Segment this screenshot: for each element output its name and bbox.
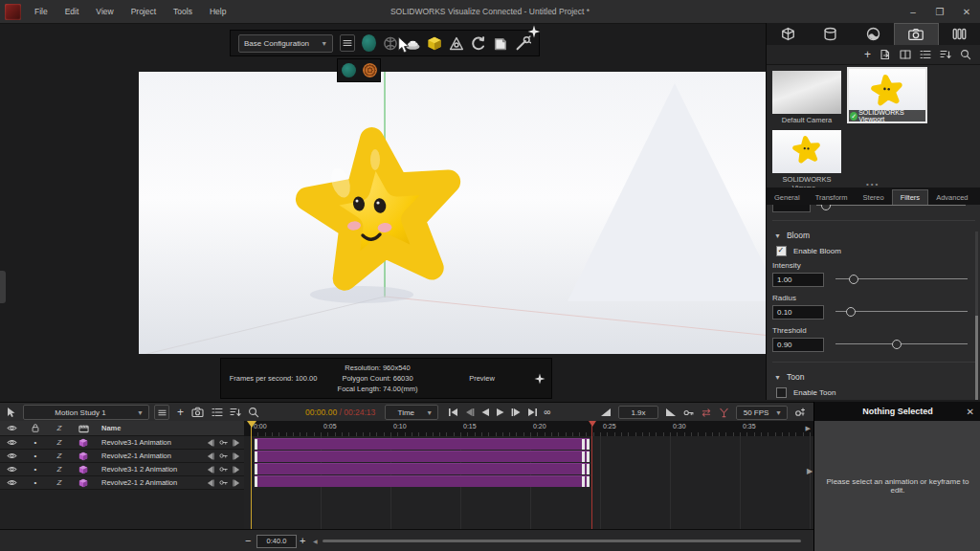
menu-file[interactable]: File [26,7,56,16]
visibility-icon[interactable] [7,437,17,448]
list-view-icon[interactable] [212,407,223,418]
end-marker-line[interactable] [591,421,592,529]
speed-input[interactable]: 1.9x [618,406,658,419]
prev-key-icon[interactable] [206,439,214,447]
animation-bar[interactable] [255,451,590,462]
menu-project[interactable]: Project [122,7,165,16]
radius-input[interactable]: 0.10 [772,305,824,320]
camera-thumb-default[interactable] [772,71,841,114]
configuration-menu-button[interactable] [340,34,354,52]
visibility-icon[interactable] [7,451,17,461]
timeline-tracks[interactable] [244,436,813,529]
camera-thumb-viewport2[interactable] [772,130,841,173]
prev-key-icon[interactable] [206,479,214,487]
visibility-icon[interactable] [7,464,17,474]
select-tool-icon[interactable] [6,407,17,418]
lock-dot-icon[interactable]: • [23,465,48,474]
time-mode-select[interactable]: Time▼ [385,405,438,420]
menu-view[interactable]: View [87,7,122,16]
tab-stereo[interactable]: Stereo [856,190,892,205]
menu-tools[interactable]: Tools [165,7,201,16]
ramp-up-icon[interactable] [600,408,612,417]
tab-advanced[interactable]: Advanced [928,190,975,205]
zoom-in-button[interactable]: + [300,536,305,545]
close-icon[interactable]: ✕ [967,407,974,417]
visibility-icon[interactable] [7,477,17,488]
fast-mode-swatch[interactable] [342,63,356,77]
pin-toolbar-icon[interactable] [527,25,541,38]
animation-bar[interactable] [255,475,590,487]
timeline-ruler[interactable]: 0:00 0:05 0:10 0:15 0:20 0:25 0:30 0:35 … [244,421,813,437]
lock-dot-icon[interactable]: • [23,478,48,487]
tab-cameras[interactable] [894,23,938,45]
timeline-scale-input[interactable]: 0:40.0 [256,535,297,548]
sort-icon[interactable] [230,407,241,418]
threshold-input[interactable]: 0.90 [772,338,824,352]
motion-study-select[interactable]: Motion Study 1▼ [23,405,149,420]
ruler-scroll-right-icon[interactable]: ▶ [806,425,811,432]
loop-button[interactable]: ∞ [544,408,550,416]
close-button[interactable]: ✕ [953,0,980,23]
rotate-icon[interactable] [471,34,486,53]
skip-end-button[interactable] [527,408,538,417]
animation-bar[interactable] [255,463,590,474]
new-project-icon[interactable] [493,34,508,53]
key-icon[interactable] [219,438,228,447]
tab-environments[interactable] [852,23,894,45]
add-camera-button[interactable]: + [864,50,871,59]
bloom-section-header[interactable]: ▼ Bloom [767,225,980,244]
intensity-input[interactable]: 1.00 [772,273,824,287]
star-model[interactable] [307,140,448,279]
lock-dot-icon[interactable]: • [23,438,48,447]
sort-icon[interactable] [940,49,951,60]
track-row[interactable]: • Z Revolve2-1 Animation [0,450,244,463]
toon-section-header[interactable]: ▼ Toon [767,366,980,386]
enable-toon-checkbox[interactable] [776,387,787,398]
end-marker-flag[interactable] [589,421,596,427]
animation-bar[interactable] [255,438,590,450]
lock-dot-icon[interactable]: • [23,452,48,460]
timeline-scrollbar[interactable] [323,540,801,542]
list-view-icon[interactable] [920,49,931,60]
accurate-mode-swatch[interactable] [363,63,377,77]
radius-slider[interactable] [835,311,968,312]
key-icon[interactable] [683,408,694,418]
next-key-icon[interactable] [233,452,241,460]
motion-study-menu-button[interactable] [154,405,169,420]
play-button[interactable] [496,408,505,417]
render-mode-fast-button[interactable] [362,34,376,52]
next-key-icon[interactable] [233,466,241,474]
prev-key-icon[interactable] [206,452,214,460]
play-reverse-button[interactable] [480,408,490,417]
tab-models[interactable] [767,23,809,45]
tab-panes[interactable] [939,23,980,45]
import-icon[interactable] [880,49,891,60]
filters-scrollbar[interactable] [975,231,978,394]
filters-scrollbar-thumb[interactable] [975,316,978,400]
zoom-out-button[interactable]: − [245,536,251,545]
track-row[interactable]: • Z Revolve2-1 2 Animation [0,476,244,490]
ramp-down-icon[interactable] [665,408,677,417]
step-back-button[interactable] [464,408,475,417]
menu-help[interactable]: Help [201,7,234,16]
restore-button[interactable]: ❐ [926,0,953,23]
step-forward-button[interactable] [511,408,522,417]
denoiser-icon[interactable] [383,34,398,53]
threshold-slider[interactable] [835,343,968,344]
configuration-select[interactable]: Base Configuration▼ [238,34,333,53]
expand-panel-arrow[interactable]: ▶ [807,467,813,475]
search-icon[interactable] [248,407,259,418]
delete-keys-icon[interactable] [719,408,729,418]
add-animation-button[interactable]: + [177,406,184,419]
pin-infobar-icon[interactable] [534,373,546,385]
auto-key-icon[interactable] [794,407,806,418]
camera-thumb-viewport[interactable]: ✓ SOLIDWORKS Viewport [847,67,927,123]
minimize-button[interactable]: – [900,0,926,23]
interpolation-icon[interactable]: Z [48,438,71,447]
intensity-slider[interactable] [835,278,968,279]
interpolation-icon[interactable]: Z [48,465,71,474]
key-icon[interactable] [219,452,228,460]
hierarchy-icon[interactable] [449,34,464,53]
prev-key-icon[interactable] [206,466,214,474]
interpolation-icon[interactable]: Z [48,452,71,460]
